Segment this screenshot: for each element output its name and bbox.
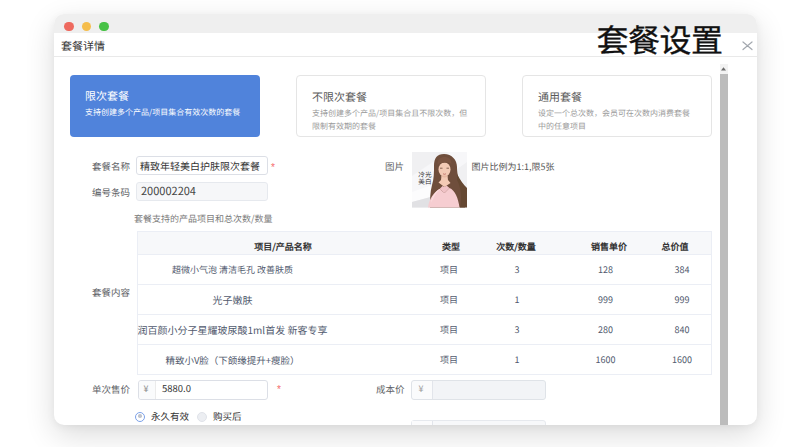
svg-text:美白: 美白 — [418, 176, 431, 186]
